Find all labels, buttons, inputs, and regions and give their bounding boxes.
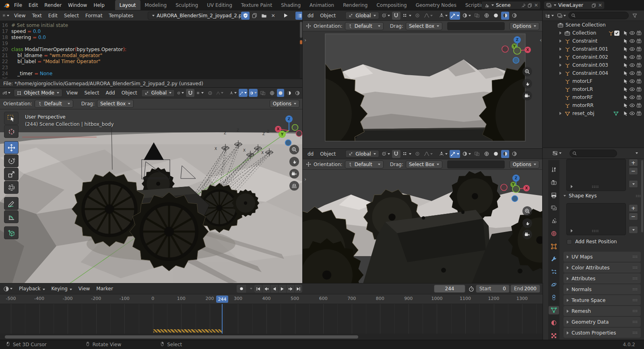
tool-scale-button[interactable] bbox=[4, 168, 19, 181]
selectable-toggle[interactable] bbox=[622, 86, 629, 92]
auto-keying-toggle[interactable] bbox=[237, 285, 246, 293]
texted-menu-text[interactable]: Text bbox=[29, 13, 45, 18]
tool-annotate-button[interactable] bbox=[4, 197, 19, 210]
viewlayer-selector[interactable]: ViewLayer ✕ bbox=[544, 1, 605, 9]
editor-type-outliner-button[interactable] bbox=[544, 12, 555, 20]
menu-render[interactable]: Render bbox=[41, 2, 65, 8]
render-visibility-toggle[interactable] bbox=[636, 46, 642, 52]
keying-set-dropdown[interactable] bbox=[247, 285, 255, 293]
jump-to-end-button[interactable] bbox=[295, 285, 302, 293]
outliner-row-constraint-004[interactable]: Constraint.004 bbox=[543, 69, 644, 77]
tab-scene[interactable] bbox=[549, 217, 559, 225]
gizmo-toggle[interactable] bbox=[450, 150, 460, 158]
ortho-toggle-button[interactable] bbox=[289, 181, 299, 191]
camera-view-button[interactable] bbox=[522, 230, 532, 239]
viewport-br-menu-object[interactable]: Object bbox=[317, 151, 339, 157]
shading-solid-button[interactable] bbox=[277, 89, 284, 97]
panel-geometry-data[interactable]: Geometry Data bbox=[564, 317, 641, 327]
proportional-edit-toggle[interactable] bbox=[413, 12, 422, 20]
outliner-search-input[interactable] bbox=[568, 12, 629, 19]
list-specials-button[interactable] bbox=[629, 180, 638, 188]
shading-solid-button[interactable] bbox=[492, 150, 500, 158]
orientation-dropdown[interactable]: Default bbox=[345, 160, 384, 168]
expand-icon[interactable] bbox=[559, 31, 561, 35]
shape-keys-list[interactable] bbox=[566, 203, 626, 235]
shading-solid-button[interactable] bbox=[492, 12, 500, 20]
editor-type-properties-button[interactable] bbox=[551, 149, 562, 157]
new-scene-icon[interactable] bbox=[528, 3, 532, 8]
gizmo-toggle[interactable] bbox=[239, 89, 248, 97]
panel-texture-space[interactable]: Texture Space bbox=[564, 295, 641, 305]
selectable-toggle[interactable] bbox=[622, 62, 629, 68]
expand-icon[interactable] bbox=[559, 39, 561, 43]
stopwatch-icon[interactable] bbox=[467, 285, 475, 293]
viewport-menu-view[interactable]: View bbox=[63, 90, 81, 96]
panel-remesh[interactable]: Remesh bbox=[564, 306, 641, 316]
render-visibility-toggle[interactable] bbox=[636, 94, 642, 101]
outliner-row-collection[interactable]: Collection bbox=[543, 29, 644, 37]
overlays-toggle[interactable] bbox=[461, 150, 472, 158]
timeline-scrollbar[interactable] bbox=[0, 334, 543, 340]
proportional-edit-toggle[interactable] bbox=[206, 89, 214, 97]
shading-rendered-button[interactable] bbox=[294, 89, 301, 97]
viewport-main-canvas[interactable]: ZZZZXXX mimas robotics ZXY User Perspect… bbox=[0, 109, 303, 283]
tab-uv-editing[interactable]: UV Editing bbox=[202, 0, 237, 10]
texted-menu-select[interactable]: Select bbox=[61, 13, 82, 18]
viewport-tr-canvas[interactable]: ZXY › ‹ bbox=[303, 31, 543, 149]
shading-material-button[interactable] bbox=[501, 12, 509, 20]
orientation-dropdown[interactable]: Default bbox=[35, 100, 73, 108]
sidebar-collapse-icon[interactable]: ‹ bbox=[300, 134, 302, 140]
show-gizmo-dropdown[interactable] bbox=[229, 89, 237, 97]
shading-rendered-button[interactable] bbox=[510, 12, 518, 20]
tab-shading[interactable]: Shading bbox=[277, 0, 305, 10]
visibility-toggle[interactable] bbox=[629, 54, 636, 60]
properties-options-icon[interactable] bbox=[632, 149, 641, 157]
outliner-row-motorlr[interactable]: motorLR bbox=[543, 85, 644, 93]
viewport-menu-select[interactable]: Select bbox=[81, 90, 102, 96]
selectable-toggle[interactable] bbox=[622, 70, 629, 76]
tab-data[interactable] bbox=[549, 306, 559, 314]
sidebar-collapse-icon[interactable]: ‹ bbox=[540, 37, 542, 43]
outliner-row-motorrf[interactable]: motorRF bbox=[543, 93, 644, 101]
viewport-tr-menu-object[interactable]: Object bbox=[317, 13, 339, 18]
panel-uv-maps[interactable]: UV Maps bbox=[564, 252, 641, 262]
show-gizmo-dropdown[interactable] bbox=[438, 12, 448, 20]
gizmo-toggle[interactable] bbox=[450, 12, 460, 20]
new-viewlayer-icon[interactable] bbox=[592, 3, 596, 8]
viewport-br-menu-dd[interactable]: dd bbox=[304, 151, 317, 157]
timeline-menu-marker[interactable]: Marker bbox=[93, 286, 116, 292]
tab-constraints[interactable] bbox=[549, 293, 559, 302]
visibility-toggle[interactable] bbox=[629, 38, 636, 44]
properties-scrollbar[interactable] bbox=[641, 160, 643, 232]
current-frame-indicator[interactable]: 244 bbox=[216, 296, 228, 303]
frame-end-field[interactable]: End2000 bbox=[510, 285, 540, 293]
render-visibility-toggle[interactable] bbox=[636, 30, 642, 36]
overlays-toggle[interactable] bbox=[461, 12, 472, 20]
render-visibility-toggle[interactable] bbox=[636, 54, 642, 60]
properties-search-input[interactable] bbox=[570, 150, 617, 157]
current-frame-field[interactable]: 244 bbox=[434, 285, 465, 293]
register-script-toggle[interactable] bbox=[241, 12, 250, 20]
snap-magnet-toggle[interactable] bbox=[186, 89, 194, 97]
shape-keys-panel-header[interactable]: Shape Keys bbox=[564, 193, 641, 199]
visibility-toggle[interactable] bbox=[629, 78, 636, 84]
unlink-scene-icon[interactable]: ✕ bbox=[534, 2, 538, 8]
render-visibility-toggle[interactable] bbox=[636, 38, 642, 44]
snap-magnet-toggle[interactable] bbox=[392, 150, 400, 158]
code-area[interactable]: 16# Set some initial state17speed = 0.01… bbox=[0, 21, 303, 79]
camera-view-button[interactable] bbox=[522, 91, 532, 101]
collection-checkbox[interactable] bbox=[614, 31, 619, 36]
snap-target-dropdown[interactable] bbox=[196, 89, 204, 97]
timeline-menu-playback[interactable]: Playback bbox=[16, 286, 48, 292]
pan-button[interactable] bbox=[522, 79, 532, 88]
tab-world[interactable] bbox=[549, 230, 559, 238]
tab-texture-paint[interactable]: Texture Paint bbox=[237, 0, 277, 10]
xray-toggle[interactable] bbox=[259, 89, 267, 97]
orientation-dropdown[interactable]: Default bbox=[345, 22, 384, 30]
panel-attributes[interactable]: Attributes bbox=[564, 273, 641, 283]
selectable-toggle[interactable] bbox=[622, 94, 629, 101]
selectable-toggle[interactable] bbox=[622, 38, 629, 44]
add-rest-position-checkbox[interactable] bbox=[567, 239, 572, 244]
snap-magnet-toggle[interactable] bbox=[392, 12, 400, 20]
proportional-edit-toggle[interactable] bbox=[413, 150, 422, 158]
